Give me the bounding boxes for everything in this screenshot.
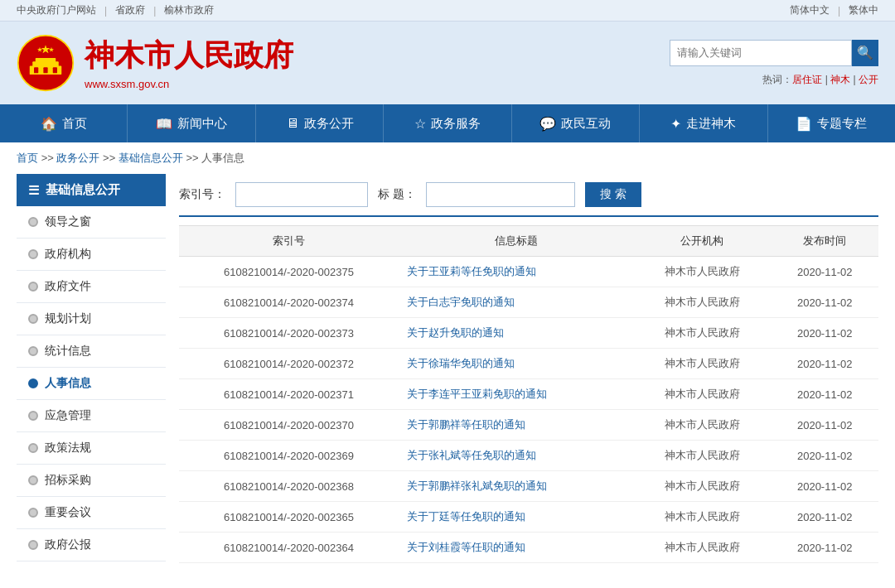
logo-text: 神木市人民政府 www.sxsm.gov.cn: [85, 36, 293, 90]
sidebar-item-procurement[interactable]: 招标采购: [17, 465, 166, 497]
header-search-button[interactable]: 🔍: [852, 40, 878, 66]
sidebar-item-policy[interactable]: 政策法规: [17, 432, 166, 465]
breadcrumb-affairs[interactable]: 政务公开: [56, 152, 99, 164]
table-row: 6108210014/-2020-002369 关于张礼斌等任免职的通知 神木市…: [179, 441, 878, 471]
lang-simplified[interactable]: 简体中文: [790, 3, 830, 17]
nav-news[interactable]: 📖 新闻中心: [128, 104, 255, 142]
cell-date: 2020-11-02: [771, 318, 878, 349]
cell-index: 6108210014/-2020-002372: [179, 349, 399, 379]
header-search-input[interactable]: [670, 40, 852, 66]
hot-word-2[interactable]: 神木: [830, 74, 850, 85]
nav-special[interactable]: 📄 专题专栏: [768, 104, 895, 142]
cell-index: 6108210014/-2020-002375: [179, 257, 399, 287]
data-table: 索引号 信息标题 公开机构 发布时间 6108210014/-2020-0023…: [179, 225, 878, 563]
col-title: 信息标题: [399, 226, 633, 257]
top-bar-lang: 简体中文 | 繁体中: [790, 3, 878, 17]
services-icon: ☆: [414, 116, 426, 132]
site-url: www.sxsm.gov.cn: [85, 78, 293, 90]
sidebar-item-personnel[interactable]: 人事信息: [17, 368, 166, 400]
nav-affairs[interactable]: 🖥 政务公开: [256, 104, 384, 142]
cell-title[interactable]: 关于张礼斌等任免职的通知: [399, 441, 633, 471]
hot-words: 热词：居住证 | 神木 | 公开: [762, 73, 878, 87]
link-yulin-gov[interactable]: 榆林市政府: [164, 3, 214, 17]
cell-title[interactable]: 关于郭鹏祥等任职的通知: [399, 410, 633, 441]
link-central-gov[interactable]: 中央政府门户网站: [17, 3, 96, 17]
cell-date: 2020-11-02: [771, 441, 878, 471]
top-bar-links: 中央政府门户网站 | 省政府 | 榆林市政府: [17, 3, 214, 17]
about-icon: ✦: [670, 116, 681, 132]
index-label: 索引号：: [179, 187, 225, 202]
cell-org: 神木市人民政府: [633, 410, 771, 441]
sidebar-item-planning[interactable]: 规划计划: [17, 303, 166, 335]
search-area: 🔍 热词：居住证 | 神木 | 公开: [670, 40, 878, 87]
cell-index: 6108210014/-2020-002364: [179, 533, 399, 563]
title-search-input[interactable]: [426, 182, 575, 207]
cell-date: 2020-11-02: [771, 471, 878, 502]
cell-date: 2020-11-02: [771, 257, 878, 287]
cell-index: 6108210014/-2020-002368: [179, 471, 399, 502]
sidebar: ☰ 基础信息公开 领导之窗 政府机构 政府文件 规划计划 统计信息 人事信息: [17, 174, 166, 563]
nav-interaction[interactable]: 💬 政民互动: [512, 104, 640, 142]
hot-word-1[interactable]: 居住证: [792, 74, 822, 85]
header: 神木市人民政府 www.sxsm.gov.cn 🔍 热词：居住证 | 神木 | …: [0, 22, 895, 104]
sidebar-header-icon: ☰: [28, 183, 39, 198]
cell-date: 2020-11-02: [771, 502, 878, 533]
cell-org: 神木市人民政府: [633, 502, 771, 533]
cell-title[interactable]: 关于丁廷等任免职的通知: [399, 502, 633, 533]
sidebar-item-statistics[interactable]: 统计信息: [17, 335, 166, 368]
dot-icon: [28, 346, 38, 356]
cell-title[interactable]: 关于白志宇免职的通知: [399, 287, 633, 318]
table-row: 6108210014/-2020-002364 关于刘桂霞等任职的通知 神木市人…: [179, 533, 878, 563]
sidebar-item-gov-org[interactable]: 政府机构: [17, 239, 166, 271]
search-submit-button[interactable]: 搜 索: [585, 182, 641, 207]
dot-filled-icon: [28, 378, 38, 388]
table-row: 6108210014/-2020-002372 关于徐瑞华免职的通知 神木市人民…: [179, 349, 878, 379]
nav-news-label: 新闻中心: [177, 116, 227, 132]
cell-title[interactable]: 关于郭鹏祥张礼斌免职的通知: [399, 471, 633, 502]
nav-services[interactable]: ☆ 政务服务: [384, 104, 511, 142]
hot-word-3[interactable]: 公开: [859, 74, 878, 85]
cell-org: 神木市人民政府: [633, 471, 771, 502]
dot-icon: [28, 475, 38, 485]
col-index: 索引号: [179, 226, 399, 257]
breadcrumb-basic-info[interactable]: 基础信息公开: [119, 152, 183, 164]
search-box: 🔍: [670, 40, 878, 66]
breadcrumb: 首页 >> 政务公开 >> 基础信息公开 >> 人事信息: [0, 142, 895, 174]
cell-org: 神木市人民政府: [633, 287, 771, 318]
cell-org: 神木市人民政府: [633, 441, 771, 471]
nav-interaction-label: 政民互动: [561, 116, 611, 132]
interaction-icon: 💬: [539, 116, 556, 132]
dot-icon: [28, 249, 38, 259]
nav-bar: 🏠 首页 📖 新闻中心 🖥 政务公开 ☆ 政务服务 💬 政民互动 ✦ 走进神木 …: [0, 104, 895, 142]
cell-index: 6108210014/-2020-002373: [179, 318, 399, 349]
cell-date: 2020-11-02: [771, 533, 878, 563]
table-row: 6108210014/-2020-002373 关于赵升免职的通知 神木市人民政…: [179, 318, 878, 349]
svg-rect-7: [53, 67, 57, 73]
cell-title[interactable]: 关于刘桂霞等任职的通知: [399, 533, 633, 563]
nav-home[interactable]: 🏠 首页: [0, 104, 128, 142]
sidebar-item-emergency[interactable]: 应急管理: [17, 400, 166, 432]
cell-org: 神木市人民政府: [633, 533, 771, 563]
cell-title[interactable]: 关于赵升免职的通知: [399, 318, 633, 349]
lang-traditional[interactable]: 繁体中: [849, 3, 878, 17]
table-row: 6108210014/-2020-002375 关于王亚莉等任免职的通知 神木市…: [179, 257, 878, 287]
nav-about[interactable]: ✦ 走进神木: [640, 104, 767, 142]
main-content: ☰ 基础信息公开 领导之窗 政府机构 政府文件 规划计划 统计信息 人事信息: [0, 174, 895, 580]
breadcrumb-home[interactable]: 首页: [17, 152, 38, 164]
sidebar-item-gazette[interactable]: 政府公报: [17, 529, 166, 561]
dot-icon: [28, 282, 38, 292]
special-icon: 📄: [796, 116, 812, 132]
sidebar-header-label: 基础信息公开: [46, 182, 120, 198]
cell-title[interactable]: 关于徐瑞华免职的通知: [399, 349, 633, 379]
table-row: 6108210014/-2020-002365 关于丁廷等任免职的通知 神木市人…: [179, 502, 878, 533]
sidebar-item-leadership[interactable]: 领导之窗: [17, 206, 166, 239]
nav-home-label: 首页: [62, 116, 87, 132]
link-province-gov[interactable]: 省政府: [115, 3, 145, 17]
cell-title[interactable]: 关于李连平王亚莉免职的通知: [399, 379, 633, 410]
sidebar-item-meetings[interactable]: 重要会议: [17, 497, 166, 529]
table-row: 6108210014/-2020-002371 关于李连平王亚莉免职的通知 神木…: [179, 379, 878, 410]
cell-org: 神木市人民政府: [633, 257, 771, 287]
sidebar-item-gov-files[interactable]: 政府文件: [17, 271, 166, 303]
cell-title[interactable]: 关于王亚莉等任免职的通知: [399, 257, 633, 287]
index-search-input[interactable]: [235, 182, 368, 207]
